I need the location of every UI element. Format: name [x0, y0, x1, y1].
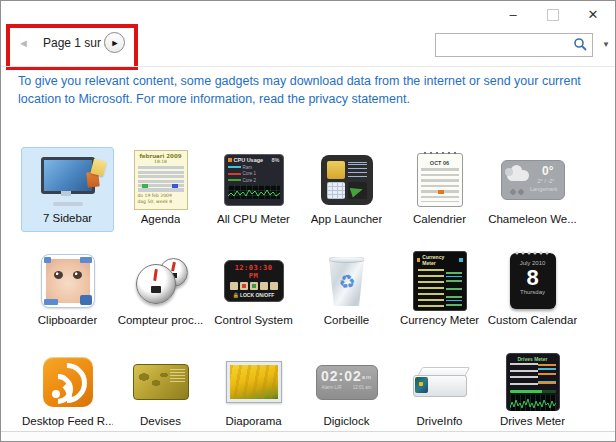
- gadget-calendrier[interactable]: OCT 06 Calendrier: [393, 147, 486, 232]
- tulips-photo: [230, 365, 278, 399]
- currency-dot: [417, 258, 421, 262]
- hard-drive: [411, 364, 469, 400]
- gold-card: [133, 364, 189, 400]
- back-button[interactable]: ◄: [18, 37, 29, 49]
- gadget-corbeille[interactable]: ♻ Corbeille: [300, 248, 393, 333]
- gadget-digiclock[interactable]: 02:02am Alarm L/R12:01 am Digiclock: [300, 349, 393, 434]
- navigation-bar: ◄ Page 1 sur 3 ► ▼: [0, 28, 616, 66]
- driveinfo-icon: [393, 349, 486, 415]
- ram-label: Ram: [243, 165, 253, 170]
- gadget-label: Custom Calendar: [488, 314, 577, 330]
- black-calendar: July 2010 8 Thursday: [510, 253, 556, 309]
- photo-slide-frame: [226, 361, 282, 403]
- calendar-pad: OCT 06: [417, 153, 463, 207]
- gadget-all-cpu-meter[interactable]: CPU Usage8% Ram Core 1 Core 2 All CPU Me…: [207, 147, 300, 232]
- lock-label: LOCK ON/OFF: [240, 292, 274, 298]
- forward-button[interactable]: ►: [104, 32, 125, 53]
- privacy-notice: To give you relevant content, some gadge…: [18, 72, 598, 108]
- all-cpu-meter-icon: CPU Usage8% Ram Core 1 Core 2: [207, 147, 300, 213]
- gadget-label: App Launcher: [311, 213, 383, 229]
- search-dropdown-arrow[interactable]: ▼: [602, 40, 610, 49]
- search-box: [435, 33, 593, 57]
- lock-icon: 🔒: [233, 292, 239, 298]
- control-buttons: [229, 282, 279, 290]
- cloud-icon: [507, 170, 529, 181]
- forward-icon: ►: [111, 38, 120, 48]
- cpu-dot: [228, 158, 232, 162]
- gadget-label: Devises: [140, 415, 181, 431]
- gadget-label: Compteur proc...: [118, 314, 204, 330]
- calendrier-icon: OCT 06: [393, 147, 486, 213]
- digital-clock-panel: 02:02am Alarm L/R12:01 am: [316, 365, 378, 400]
- gadget-chameleon-weather[interactable]: 0° 2° / -2° Langemark Chameleon We...: [486, 147, 579, 232]
- gadget-devises[interactable]: Devises: [114, 349, 207, 434]
- notice-text: To give you relevant content, some gadge…: [18, 74, 581, 106]
- gauges: [132, 258, 190, 304]
- minimize-button[interactable]: –: [506, 5, 520, 25]
- gadget-app-launcher[interactable]: App Launcher: [300, 147, 393, 232]
- chameleon-weather-icon: 0° 2° / -2° Langemark: [486, 147, 579, 213]
- search-icon[interactable]: [573, 37, 587, 51]
- gadget-desktop-feed-reader[interactable]: Desktop Feed R...: [21, 349, 114, 434]
- calendar-header: OCT 06: [418, 160, 462, 166]
- gadget-label: Calendrier: [413, 213, 466, 229]
- core1-label: Core 1: [243, 171, 257, 176]
- large-gauge: [136, 264, 176, 304]
- gadget-label: Corbeille: [324, 314, 369, 330]
- toolbar-button: [80, 295, 92, 305]
- temp-range: 2° / -2°: [538, 178, 555, 184]
- gadget-7-sidebar[interactable]: 7 Sidebar: [21, 147, 114, 232]
- cpu-title: CPU Usage: [234, 157, 264, 163]
- gadget-label: 7 Sidebar: [43, 212, 92, 228]
- gadget-label: Drives Meter: [500, 415, 565, 431]
- gadget-compteur-processeur[interactable]: Compteur proc...: [114, 248, 207, 333]
- window-controls: – ✕: [506, 5, 600, 25]
- drives-rows: [510, 363, 556, 389]
- gadget-gallery-window: { "window": { "minimize_glyph": "–", "cl…: [0, 0, 616, 442]
- gadget-driveinfo[interactable]: DriveInfo: [393, 349, 486, 434]
- gadget-currency-meter[interactable]: Currency Meter Currency Meter: [393, 248, 486, 333]
- clock-ampm: am: [362, 374, 372, 380]
- gadget-agenda[interactable]: februari 2009 18:18 do 19 feb 2009 dag 5…: [114, 147, 207, 232]
- folder-icon: [327, 161, 346, 179]
- agenda-icon: februari 2009 18:18 do 19 feb 2009 dag 5…: [114, 147, 207, 213]
- drives-graph: [510, 395, 556, 411]
- plane-icon: [348, 182, 367, 200]
- core2-label: Core 2: [243, 178, 257, 183]
- compteur-icon: [114, 248, 207, 314]
- gadget-control-system[interactable]: 12:03:30 PM 🔒LOCK ON/OFF Control System: [207, 248, 300, 333]
- search-input[interactable]: [440, 35, 568, 55]
- cpu-panel: CPU Usage8% Ram Core 1 Core 2: [224, 154, 284, 206]
- gadget-label: DriveInfo: [416, 415, 462, 431]
- toolbar-button: [44, 299, 58, 305]
- page-indicator: Page 1 sur 3: [43, 36, 111, 50]
- devises-icon: [114, 349, 207, 415]
- gadget-drives-meter[interactable]: Drives Meter Drives Meter: [486, 349, 579, 434]
- gadget-diaporama[interactable]: Diaporama: [207, 349, 300, 434]
- gadget-grid: 7 Sidebar februari 2009 18:18 do 19 feb …: [21, 147, 581, 434]
- gadget-label: Clipboarder: [38, 314, 97, 330]
- calendar-line1: do 19 feb 2009: [138, 193, 184, 198]
- maximize-button[interactable]: [547, 9, 559, 21]
- alarm-time: 12:01 am: [353, 385, 372, 390]
- gadget-custom-calendar[interactable]: July 2010 8 Thursday Custom Calendar: [486, 248, 579, 333]
- diaporama-icon: [207, 349, 300, 415]
- gadget-label: Diaporama: [225, 415, 281, 431]
- gadget-label: All CPU Meter: [217, 213, 290, 229]
- corbeille-icon: ♻: [300, 248, 393, 314]
- recycle-bin: ♻: [326, 256, 368, 306]
- gadget-label: Agenda: [141, 213, 181, 229]
- gadget-label: Control System: [214, 314, 293, 330]
- 7-sidebar-icon: [22, 148, 113, 212]
- gadget-clipboarder[interactable]: Clipboarder: [21, 248, 114, 333]
- calendar-weekday: Thursday: [510, 289, 556, 295]
- drives-title: Drives Meter: [510, 356, 556, 362]
- cpu-graph: [228, 185, 280, 199]
- drive-usage-bar: [510, 390, 556, 393]
- privacy-statement-link[interactable]: privacy statement: [308, 92, 406, 106]
- weather-dots: [510, 189, 524, 195]
- toolbar-button: [80, 257, 92, 263]
- close-button[interactable]: ✕: [586, 5, 600, 25]
- gadget-label: Currency Meter: [400, 314, 479, 330]
- control-system-icon: 12:03:30 PM 🔒LOCK ON/OFF: [207, 248, 300, 314]
